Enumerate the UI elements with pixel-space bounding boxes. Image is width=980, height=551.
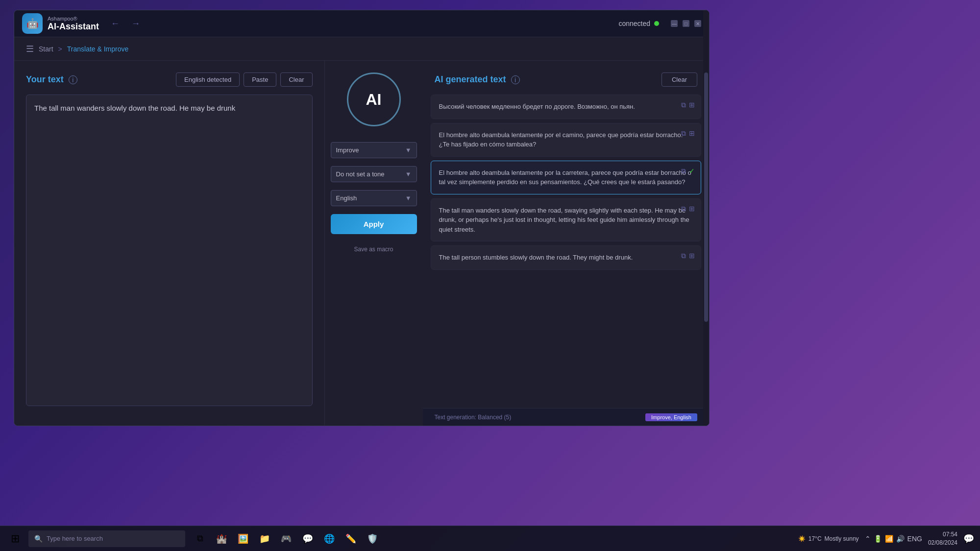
search-placeholder: Type here to search [47,535,103,542]
file-manager-icon[interactable]: 📁 [256,530,273,548]
result-text-2: El hombre alto deambula lentamente por e… [439,131,683,148]
clock-date: 02/08/2024 [928,539,957,547]
system-tray: ⌃ 🔋 📶 🔊 ENG [865,535,922,543]
language-indicator[interactable]: ENG [907,535,922,543]
app-window: 🤖 Ashampoo® AI-Assistant ← → connected —… [14,10,710,426]
window-scrollbar[interactable] [703,10,709,426]
taskbar-pinned-icons: ⧉ 🏰 🖼️ 📁 🎮 💬 🌐 ✏️ 🛡️ [191,530,381,548]
connection-label: connected [618,20,650,27]
paste-button[interactable]: Paste [244,72,276,87]
ai-generated-info-icon[interactable]: i [511,75,520,84]
shield-icon[interactable]: 🛡️ [364,530,381,548]
improve-dropdown[interactable]: Improve ▼ [331,142,417,158]
tone-chevron-icon: ▼ [405,170,412,178]
ai-result-item[interactable]: El hombre alto deambula lentamente por e… [431,123,702,157]
minimize-button[interactable]: — [671,20,678,27]
search-icon: 🔍 [34,535,43,543]
discord-icon[interactable]: 💬 [299,530,317,548]
language-dropdown[interactable]: English ▼ [331,190,417,206]
result-text-5: The tall person stumbles slowly down the… [439,254,633,261]
left-panel-actions: English detected Paste Clear [176,72,312,87]
result-actions-5: ⧉ ⊞ [681,251,695,261]
more-icon-5[interactable]: ⊞ [689,251,695,261]
breadcrumb-separator: > [58,45,62,53]
copy-icon-3[interactable]: ⧉ [681,166,686,176]
check-icon-3[interactable]: ✓ [689,166,695,176]
english-detected-button[interactable]: English detected [176,72,240,87]
notes-icon[interactable]: ✏️ [342,530,360,548]
result-actions-2: ⧉ ⊞ [681,128,695,139]
start-button[interactable]: ⊞ [6,529,24,548]
result-text-3: El hombre alto deambula lentamente por l… [439,169,691,186]
result-text-1: Высокий человек медленно бредет по дорог… [439,103,635,110]
ai-result-item[interactable]: The tall person stumbles slowly down the… [431,245,702,270]
system-clock[interactable]: 07:54 02/08/2024 [928,530,957,547]
volume-icon[interactable]: 🔊 [896,535,905,543]
weather-desc: Mostly sunny [825,535,859,542]
windows-logo-icon: ⊞ [11,532,20,545]
clear-left-button[interactable]: Clear [280,72,312,87]
chevron-up-icon[interactable]: ⌃ [865,535,871,543]
tone-dropdown[interactable]: Do not set a tone ▼ [331,166,417,182]
clock-time: 07:54 [928,530,957,539]
copy-icon-2[interactable]: ⧉ [681,128,686,139]
ai-label: AI [366,91,382,109]
result-actions-3: ⧉ ✓ [681,166,695,176]
generation-status-text: Text generation: Balanced (5) [435,414,512,421]
language-chevron-icon: ▼ [405,194,412,202]
network-icon[interactable]: 📶 [885,535,893,543]
ai-result-item[interactable]: Высокий человек медленно бредет по дорог… [431,95,702,119]
city-icon[interactable]: 🏰 [213,530,230,548]
notification-icon[interactable]: 💬 [963,533,974,544]
your-text-title: Your text [26,74,64,85]
clear-right-button[interactable]: Clear [662,72,697,87]
apply-button[interactable]: Apply [331,214,417,234]
improve-chevron-icon: ▼ [405,146,412,154]
copy-icon-4[interactable]: ⧉ [681,204,686,214]
input-text-area[interactable]: The tall man wanders slowly down the roa… [26,95,313,406]
your-text-info-icon[interactable]: i [69,75,77,84]
weather-widget[interactable]: ☀️ 17°C Mostly sunny [798,535,859,542]
ai-results-list: Высокий человек медленно бредет по дорог… [423,95,710,408]
more-icon-2[interactable]: ⊞ [689,128,695,139]
ai-avatar: AI [347,72,401,126]
steam-icon[interactable]: 🎮 [277,530,295,548]
app-title-group: Ashampoo® AI-Assistant [48,16,99,32]
window-controls: — □ ✕ [671,20,701,27]
result-actions-4: ⧉ ⊞ [681,204,695,214]
copy-icon-1[interactable]: ⧉ [681,100,686,110]
nav-arrows: ← → [107,17,144,31]
connection-dot [654,21,659,26]
right-panel: AI generated text i Clear Высокий челове… [423,61,710,426]
menu-icon[interactable]: ☰ [26,44,34,54]
status-badge: Improve, English [645,413,697,421]
battery-icon[interactable]: 🔋 [874,535,882,543]
more-icon-4[interactable]: ⊞ [689,204,695,214]
taskbar-search-box[interactable]: 🔍 Type here to search [28,530,185,547]
breadcrumb-bar: ☰ Start > Translate & Improve [14,37,709,61]
copy-icon-5[interactable]: ⧉ [681,251,686,261]
breadcrumb-current: Translate & Improve [67,45,129,53]
scrollbar-thumb[interactable] [704,72,708,322]
weather-icon: ☀️ [798,535,806,542]
taskbar: ⊞ 🔍 Type here to search ⧉ 🏰 🖼️ 📁 🎮 💬 🌐 ✏… [0,526,980,551]
forward-arrow[interactable]: → [127,17,144,31]
chrome-icon[interactable]: 🌐 [320,530,338,548]
ai-result-item-selected[interactable]: El hombre alto deambula lentamente por l… [431,161,702,194]
middle-panel: AI Improve ▼ Do not set a tone ▼ English… [325,61,423,426]
breadcrumb-start[interactable]: Start [39,45,53,53]
ai-result-item[interactable]: The tall man wanders slowly down the roa… [431,198,702,242]
right-panel-header: AI generated text i Clear [423,61,710,95]
left-panel: Your text i English detected Paste Clear… [14,61,325,426]
title-bar: 🤖 Ashampoo® AI-Assistant ← → connected —… [14,10,709,37]
close-button[interactable]: ✕ [694,20,701,27]
back-arrow[interactable]: ← [107,17,123,31]
ai-generated-title: AI generated text [435,74,506,85]
more-icon-1[interactable]: ⊞ [689,100,695,110]
input-text-content: The tall man wanders slowly down the roa… [34,103,304,114]
save-macro-button[interactable]: Save as macro [354,246,393,253]
weather-temp: 17°C [808,535,822,542]
maximize-button[interactable]: □ [683,20,689,27]
task-view-icon[interactable]: ⧉ [191,530,209,548]
photo-icon[interactable]: 🖼️ [234,530,252,548]
